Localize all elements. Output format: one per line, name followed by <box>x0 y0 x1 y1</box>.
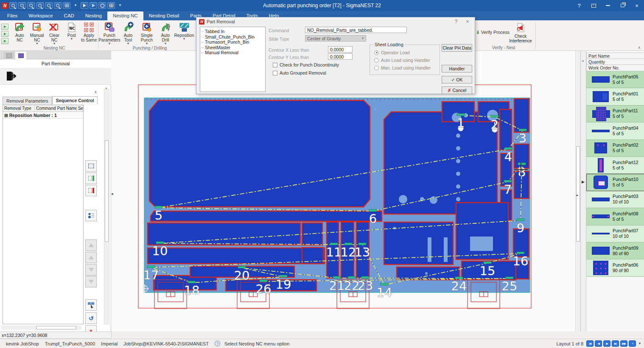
status-item[interactable]: Trumpf_TruPunch_5000 <box>45 341 101 346</box>
tab-removal-parameters[interactable]: Removal Parameters <box>3 97 52 105</box>
ok-button[interactable]: ✓ OK <box>442 76 472 84</box>
panel-tab-properties[interactable] <box>3 52 14 59</box>
dialog-help-icon[interactable]: ? <box>451 19 461 25</box>
part-row-punchpart08[interactable]: PunchPart085 of 5 <box>586 208 644 225</box>
tree-item-small-chute-punch-bin[interactable]: Small_Chute_Punch_Bin <box>201 34 264 40</box>
check-punch-discontinuity[interactable]: Check for Punch Discontinuity <box>273 62 339 67</box>
menu-tab-cad[interactable]: CAD <box>59 11 80 20</box>
part-row-punchpart09[interactable]: PunchPart0990 of 90 <box>586 242 644 259</box>
part-row-punchpart06[interactable]: PunchPart0690 of 90 <box>586 259 644 276</box>
auto-drill-button[interactable]: Auto Drill▼ <box>156 20 175 45</box>
part-row-punchpart03[interactable]: PunchPart0310 of 10 <box>586 191 644 208</box>
column-header-removal-type[interactable]: Removal Type <box>3 105 35 111</box>
column-header-command[interactable]: Command <box>35 105 56 111</box>
insert-after-button[interactable] <box>85 185 97 196</box>
slide-type-select[interactable]: Center of Gravity▼ <box>305 35 366 42</box>
part-row-punchpart01[interactable]: PunchPart015 of 5 <box>586 88 644 105</box>
mini-nest-icon[interactable] <box>1 31 8 37</box>
previous-layout-button[interactable]: ◀ <box>595 340 602 347</box>
zoom-out-icon[interactable] <box>36 2 44 9</box>
zoom-sheet-icon[interactable] <box>45 2 53 9</box>
panel-splitter-arrow-icon[interactable]: ◂ <box>111 192 113 196</box>
check-interference-button[interactable]: Check Interference <box>507 21 534 43</box>
radio-auto-load-using-handler[interactable]: Auto Load using Handler <box>374 58 430 63</box>
part-row-punchpart05[interactable]: PunchPart055 of 5 <box>586 71 644 88</box>
status-help-icon[interactable]: ? <box>215 341 220 346</box>
help-icon[interactable]: ? <box>572 0 586 11</box>
left-panel-vscrollbar[interactable] <box>104 89 109 324</box>
undo-button[interactable]: ↺ <box>85 312 97 324</box>
insert-before-button[interactable] <box>85 173 97 184</box>
radio-operator-load[interactable]: Operator Load <box>374 50 410 55</box>
canvas-vscrollbar[interactable]: ▸ <box>575 51 580 331</box>
splitter-arrow-icon[interactable]: ▸ <box>577 193 578 197</box>
contour-y-field[interactable]: 0.0000 <box>328 53 353 60</box>
restore-icon[interactable] <box>615 0 630 11</box>
first-layout-button[interactable]: |◀ <box>586 340 594 347</box>
run-nc-icon[interactable] <box>81 2 88 9</box>
auto-nc-button[interactable]: Auto NC <box>11 20 28 42</box>
pick-parts-button[interactable] <box>85 299 97 311</box>
move-down-button[interactable] <box>85 264 97 276</box>
status-item[interactable]: JobShop@KEVINK-5540-2\SIGMANEST <box>123 341 215 346</box>
punch-parameters-button[interactable]: Punch Parameters▼ <box>100 20 119 45</box>
layout-nav-caret-icon[interactable]: ▼ <box>638 342 641 345</box>
caret-down-icon[interactable]: ▼ <box>72 2 79 9</box>
clear-nc-button[interactable]: Clear NC▼ <box>46 20 63 45</box>
verify-process-button[interactable]: ⇓ Verify Process <box>476 30 510 35</box>
single-punch-button[interactable]: Single Punch▼ <box>137 20 156 45</box>
manual-nc-button[interactable]: Manual NC▼ <box>28 20 46 45</box>
next-layout-button[interactable]: ▶ <box>603 340 610 347</box>
minimize-icon[interactable] <box>601 0 615 11</box>
tree-item-manual-removal[interactable]: Manual Removal <box>201 50 264 56</box>
zoom-icon[interactable] <box>9 2 17 9</box>
auto-tool-button[interactable]: Auto Tool▼ <box>119 20 137 45</box>
panel-tab-part-removal[interactable] <box>15 52 26 59</box>
tree-item-sheetmaster[interactable]: SheetMaster <box>201 45 264 50</box>
clear-ph-data-button[interactable]: Clear PH Data <box>442 44 472 52</box>
move-bottom-button[interactable] <box>85 276 97 287</box>
view-grid-icon[interactable] <box>63 2 70 9</box>
column-header-part-name[interactable]: Part Name <box>56 105 77 111</box>
status-item[interactable]: Imperial <box>101 341 123 346</box>
zoom-in-icon[interactable] <box>27 2 35 9</box>
tab-sequence-control[interactable]: Sequence Control <box>52 96 98 104</box>
menu-tab-nesting-nc[interactable]: Nesting NC <box>107 11 143 20</box>
check-auto-grouped-removal[interactable]: Auto Grouped Removal <box>273 70 326 75</box>
column-header-se[interactable]: Se <box>77 105 83 111</box>
sequence-table-row[interactable]: ⊞ Reposition Number : 1 <box>3 112 83 119</box>
part-row-punchpart07[interactable]: PunchPart0710 of 10 <box>586 226 644 242</box>
sequence-list-button[interactable] <box>85 210 97 221</box>
tree-item-tabbed-in[interactable]: Tabbed In <box>201 29 264 34</box>
part-list-header-quantity[interactable]: Quantity <box>586 59 644 65</box>
zoom-part-icon[interactable] <box>54 2 62 9</box>
part-row-punchpart10[interactable]: PunchPart105 of 5 <box>586 174 644 191</box>
ribbon-collapse-icon[interactable]: ∧ <box>638 45 641 50</box>
machine-grid-icon[interactable] <box>107 2 115 9</box>
dialog-close-icon[interactable]: × <box>463 19 472 25</box>
post-button[interactable]: NC Post▼ <box>63 20 80 40</box>
tree-item-trumasort-punch-bin[interactable]: Trumasort_Punch_Bin <box>201 39 264 45</box>
move-up-button[interactable] <box>85 252 97 263</box>
handler-button[interactable]: Handler <box>442 65 472 72</box>
menu-tab-nesting-detail[interactable]: Nesting Detail <box>143 11 185 20</box>
part-list-header-work-order-no-[interactable]: Work Order No. <box>586 65 644 71</box>
status-item[interactable]: kevink JobShop <box>6 341 45 346</box>
part-list-header-part-name[interactable]: Part Name <box>586 53 644 59</box>
jump-layout-button[interactable]: ▶▶ <box>620 340 627 347</box>
part-removal-icon[interactable] <box>5 70 17 83</box>
ribbon-display-icon[interactable]: ^ <box>586 0 601 11</box>
select-rect-button[interactable] <box>85 160 97 172</box>
close-icon[interactable]: × <box>630 0 644 11</box>
settings-gear-icon[interactable] <box>98 2 106 9</box>
part-row-punchpart02[interactable]: PunchPart025 of 5 <box>586 140 644 157</box>
reposition-button[interactable]: Reposition▼ <box>175 20 193 40</box>
zoom-window-icon[interactable] <box>18 2 26 9</box>
move-top-button[interactable] <box>85 239 97 251</box>
apply-to-same-button[interactable]: Apply to Same <box>80 20 98 42</box>
menu-tab-files[interactable]: Files <box>2 11 23 20</box>
left-panel-hscrollbar[interactable] <box>1 326 81 330</box>
mini-nc-icon[interactable] <box>1 24 8 30</box>
command-field[interactable]: NO_Removal_Parts_are_tabbed. <box>305 27 407 33</box>
menu-tab-nesting[interactable]: Nesting <box>80 11 107 20</box>
